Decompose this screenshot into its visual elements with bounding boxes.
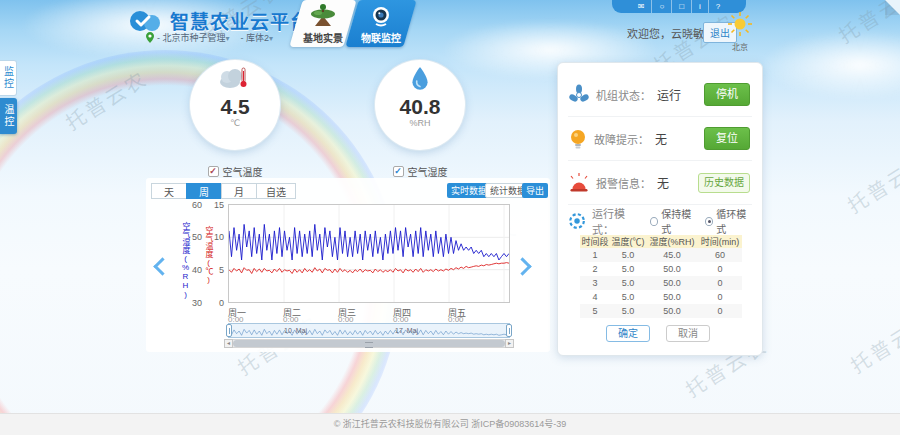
col-period: 时间段 (580, 235, 610, 248)
reset-button[interactable]: 复位 (704, 127, 750, 150)
cell: 2 (580, 262, 610, 276)
cell: 4 (580, 290, 610, 304)
scrollbar-thumb[interactable] (233, 340, 505, 347)
temperature-tick: 5 (212, 265, 224, 275)
page-curl-decoration (885, 0, 900, 15)
footer: © 浙江托普云农科技股份有限公司 浙ICP备09083614号-39 (0, 413, 900, 435)
cloud-decoration (760, 30, 900, 100)
scrollbar-track[interactable] (233, 339, 505, 348)
tab-base-scene[interactable]: 基地实景 (296, 0, 350, 47)
alarm-label: 报警信息： (596, 175, 651, 191)
table-row[interactable]: 35.050.00 (580, 276, 742, 290)
checkbox-checked-icon[interactable] (393, 166, 404, 177)
air-humidity-checkbox[interactable]: 空气湿度 (375, 164, 465, 179)
island-icon (296, 4, 350, 30)
humidity-tick: 50 (188, 232, 202, 242)
location-secondary-label: - 库体2 (241, 33, 270, 43)
cancel-button[interactable]: 取消 (666, 325, 710, 342)
alarm-row: 报警信息： 无 历史数据 (568, 161, 752, 205)
sidebar-tab-monitor[interactable]: 监控 (0, 60, 17, 96)
unit-status-row: 机组状态： 运行 停机 (568, 73, 752, 117)
range-tab-group: 天 周 月 自选 (152, 183, 296, 199)
weather-city-label: 北京 (725, 41, 755, 52)
cell: 5.0 (610, 290, 646, 304)
table-row[interactable]: 15.045.060 (580, 248, 742, 262)
export-button[interactable]: 导出 (522, 183, 548, 198)
cell: 5 (580, 304, 610, 318)
checkbox-checked-icon[interactable] (208, 166, 219, 177)
fault-value: 无 (655, 130, 667, 147)
navigator-right-handle[interactable] (506, 324, 512, 337)
history-data-button[interactable]: 历史数据 (698, 173, 750, 193)
cell: 3 (580, 276, 610, 290)
table-row[interactable]: 45.050.00 (580, 290, 742, 304)
weather-widget: 北京 (725, 12, 755, 52)
chart-scrollbar[interactable]: ◂ ▸ (224, 339, 514, 348)
sidebar-tab-temp-control[interactable]: 温控 (0, 98, 17, 134)
location-secondary-select[interactable]: - 库体2 (241, 31, 274, 44)
table-row[interactable]: 55.050.00 (580, 304, 742, 318)
radio-unselected-icon[interactable] (650, 217, 658, 226)
alarm-icon (568, 172, 590, 194)
line-chart[interactable] (228, 204, 510, 303)
air-temperature-checkbox[interactable]: 空气温度 (190, 164, 280, 179)
run-mode-label: 运行模式： (592, 205, 642, 237)
humidity-unit: %RH (375, 118, 465, 128)
table-header-row: 时间段 温度(℃) 湿度(%RH) 时间(min) (580, 235, 742, 248)
footer-text: © 浙江托普云农科技股份有限公司 浙ICP备09083614号-39 (334, 419, 567, 429)
chart-navigator[interactable]: 10. Maj 17. Maj (228, 323, 510, 338)
scrollbar-right-arrow[interactable]: ▸ (505, 339, 514, 348)
fan-icon (568, 84, 590, 106)
cell: 0 (698, 290, 742, 304)
location-primary-select[interactable]: - 北京市种子管理 (157, 31, 230, 44)
logo: 智慧农业云平台 (128, 7, 310, 34)
cell: 50.0 (646, 304, 698, 318)
tab-iot-monitor[interactable]: 物联监控 (352, 0, 410, 47)
location-bar: - 北京市种子管理 - 库体2 (146, 31, 273, 44)
temperature-value: 4.5 (190, 96, 280, 118)
col-time: 时间(min) (698, 235, 742, 248)
info-icon[interactable]: i (691, 0, 708, 13)
mode-icon (568, 211, 586, 231)
range-tab-custom[interactable]: 自选 (256, 183, 296, 199)
run-mode-row: 运行模式： 保持模式 循环模式 (568, 204, 752, 238)
range-tab-week[interactable]: 周 (186, 183, 222, 199)
navigator-svg (229, 325, 509, 338)
navigator-date-label: 10. Maj (284, 327, 307, 334)
cell: 50.0 (646, 262, 698, 276)
cell: 45.0 (646, 248, 698, 262)
location-pin-icon (146, 32, 154, 43)
table-row[interactable]: 25.050.00 (580, 262, 742, 276)
navigator-left-handle[interactable] (226, 324, 232, 337)
keep-mode-label: 保持模式 (661, 206, 697, 236)
cycle-mode-radio[interactable]: 循环模式 (705, 206, 752, 236)
chat-icon[interactable]: ✉ (631, 0, 652, 13)
humidity-tick: 30 (188, 298, 202, 308)
scrollbar-left-arrow[interactable]: ◂ (224, 339, 233, 348)
record-icon[interactable]: ○ (651, 0, 671, 13)
air-temperature-checkbox-label: 空气温度 (223, 164, 263, 179)
unit-status-label: 机组状态： (596, 87, 651, 103)
watermark: 托普云农 (844, 306, 900, 379)
cell: 5.0 (610, 276, 646, 290)
app-root: 托普云农 托普云农 托普云农 托普云农 托普云农 托普云农 托普云农 托普云农 … (0, 0, 900, 435)
confirm-button[interactable]: 确定 (606, 325, 650, 342)
fault-label: 故障提示： (594, 131, 649, 147)
monitor-icon[interactable]: □ (671, 0, 691, 13)
radio-selected-icon[interactable] (705, 217, 713, 226)
gauge-circle: 4.5 ℃ (190, 60, 280, 150)
stop-machine-button[interactable]: 停机 (704, 83, 750, 106)
x-axis-labels: 周一0:00周二0:00周三0:00周四0:00周五0:00 (228, 306, 510, 324)
cell: 50.0 (646, 290, 698, 304)
temperature-unit: ℃ (190, 118, 280, 128)
range-tab-month[interactable]: 月 (221, 183, 257, 199)
col-temp: 温度(℃) (610, 235, 646, 248)
cloud-logo-icon (128, 8, 164, 34)
navigator-date-label: 17. Maj (395, 327, 418, 334)
humidity-value: 40.8 (375, 96, 465, 118)
location-primary-label: - 北京市种子管理 (157, 33, 226, 43)
col-humidity: 湿度(%RH) (646, 235, 698, 248)
range-tab-day[interactable]: 天 (151, 183, 187, 199)
gauge-air-humidity: 40.8 %RH 空气湿度 (375, 60, 465, 179)
keep-mode-radio[interactable]: 保持模式 (650, 206, 697, 236)
